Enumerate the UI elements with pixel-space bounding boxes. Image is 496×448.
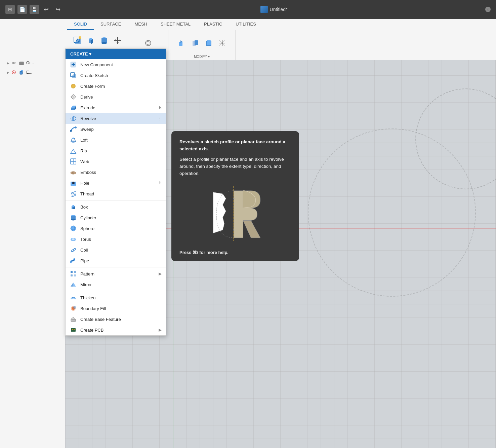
tab-solid[interactable]: SOLID [67,19,94,30]
app-grid-icon[interactable]: ⊞ [5,5,15,14]
svg-point-40 [72,138,74,139]
svg-point-9 [101,42,107,44]
svg-rect-73 [71,328,76,332]
save-icon[interactable]: 💾 [30,5,39,14]
move-icon-btn[interactable] [112,34,124,46]
automate-icon1[interactable] [142,37,154,49]
cylinder-icon-btn[interactable] [98,34,110,46]
torus-dd-icon [70,235,77,243]
menu-web[interactable]: Web [66,156,166,167]
ribbon-modify-section: MODIFY ▾ [168,30,236,60]
derive-icon [70,93,77,101]
origin-label: Or... [26,61,62,65]
cylinder-dd-icon [70,214,77,221]
svg-rect-74 [72,329,73,330]
menu-emboss[interactable]: E Emboss [66,167,166,178]
modify-icon1[interactable] [176,37,188,49]
sweep-icon [70,125,77,133]
create-dropdown-menu: CREATE ▾ New Component Create Sketch Cre… [65,48,166,336]
svg-point-61 [72,238,75,240]
pcb-icon [70,326,77,334]
undo-btn[interactable]: ↩ [42,4,51,14]
tab-plastic[interactable]: PLASTIC [197,19,229,30]
svg-point-39 [71,141,76,143]
menu-create-pcb[interactable]: Create PCB ▶ [66,325,166,335]
create-form-icon [70,82,77,90]
tab-utilities[interactable]: UTILITIES [229,19,263,30]
dropdown-header: CREATE ▾ [66,49,166,59]
menu-create-base-feature[interactable]: Create Base Feature [66,314,166,325]
create-sketch-icon [70,72,77,79]
svg-rect-27 [20,71,23,74]
box-icon-btn[interactable] [85,34,97,46]
tab-surface[interactable]: SURFACE [94,19,128,30]
thicken-label: Thicken [80,295,162,300]
svg-text:✦: ✦ [79,37,81,39]
menu-coil[interactable]: Coil [66,245,166,255]
svg-rect-64 [71,274,73,276]
coil-label: Coil [80,248,162,253]
menu-torus[interactable]: Torus [66,234,166,245]
close-button[interactable]: × [485,7,491,12]
menu-sphere[interactable]: Sphere [66,223,166,234]
app-logo-icon [260,6,268,13]
sidebar: ◀◀ BROWSER ▼ (Unsa... ▶ ⚙ Docum... ▶ Nam… [0,19,65,448]
modify-icon3[interactable] [203,37,215,49]
emboss-icon: E [70,169,77,176]
sphere-label: Sphere [80,226,162,231]
modify-icon2[interactable] [189,37,201,49]
rib-label: Rib [80,148,162,153]
menu-hole[interactable]: Hole H [66,178,166,188]
file-icon[interactable]: 📄 [17,5,27,14]
browser-item-body[interactable]: ▶ E... [0,68,65,77]
menu-cylinder[interactable]: Cylinder [66,212,166,223]
menu-extrude[interactable]: Extrude E [66,102,166,113]
menu-mirror[interactable]: Mirror [66,279,166,290]
torus-label: Torus [80,237,162,242]
svg-point-78 [233,198,234,199]
menu-rib[interactable]: Rib [66,145,166,156]
svg-point-56 [71,219,76,221]
svg-marker-66 [71,283,73,287]
body-vis-icon[interactable] [11,69,17,75]
modify-icon4[interactable] [216,37,228,49]
revolve-more-icon[interactable]: ⋮ [158,116,162,121]
tooltip-description2: Select a profile or planar face and an a… [179,156,291,177]
menu-thicken[interactable]: Thicken [66,292,166,303]
menu-create-sketch[interactable]: Create Sketch [66,70,166,81]
svg-rect-33 [71,108,75,110]
tab-mesh[interactable]: MESH [128,19,154,30]
tab-sheet-metal[interactable]: SHEET METAL [154,19,197,30]
svg-marker-72 [71,317,76,319]
menu-loft[interactable]: Loft [66,135,166,145]
menu-box[interactable]: Box [66,201,166,212]
svg-marker-31 [72,74,76,78]
visibility-eye-icon[interactable] [11,60,17,66]
create-form-label: Create Form [80,84,162,89]
tooltip-description1: Revolves a sketch profile or planar face… [179,139,291,153]
titlebar: ⊞ 📄 💾 ↩ ↪ Untitled* × [0,0,496,19]
svg-rect-63 [74,271,76,273]
menu-boundary-fill[interactable]: Boundary Fill [66,303,166,314]
pattern-label: Pattern [80,271,159,276]
box-label: Box [80,204,162,210]
sketch-icon-btn[interactable]: ✦ [71,34,83,46]
boundary-fill-icon [70,305,77,312]
menu-derive[interactable]: Derive [66,91,166,102]
svg-point-57 [71,226,76,231]
hole-icon [70,179,77,187]
ribbon-icons-row: ✦ [71,32,124,49]
svg-marker-41 [71,149,76,153]
menu-pipe[interactable]: Pipe [66,255,166,266]
menu-create-form[interactable]: Create Form [66,81,166,91]
redo-btn[interactable]: ↪ [53,4,63,14]
pattern-icon [70,270,77,277]
create-pcb-label: Create PCB [80,328,159,333]
menu-sweep[interactable]: Sweep [66,124,166,135]
menu-pattern[interactable]: Pattern ▶ [66,268,166,279]
menu-thread[interactable]: Thread [66,188,166,199]
menu-new-component[interactable]: New Component [66,59,166,70]
extrude-icon [70,104,77,111]
menu-revolve[interactable]: Revolve ⋮ [66,113,166,124]
body-label: E... [26,70,62,75]
